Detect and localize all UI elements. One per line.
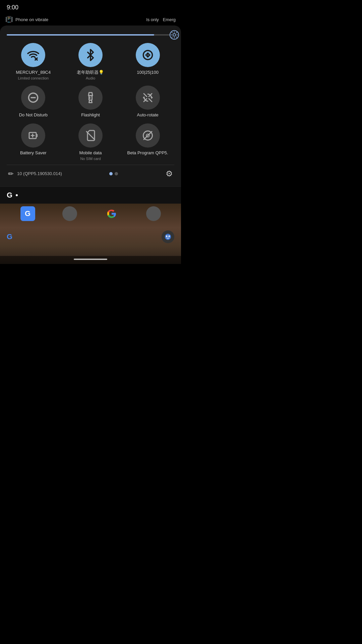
google-dot	[16, 194, 18, 196]
wifi-label: MERCURY_89C4	[16, 70, 51, 75]
mobile-data-label: Mobile data	[79, 150, 102, 156]
page-dots[interactable]	[109, 172, 118, 175]
assistant-icon[interactable]	[162, 230, 174, 243]
google-bar[interactable]: G	[0, 186, 181, 204]
wifi-sublabel: Limited connection	[18, 76, 49, 80]
edit-icon[interactable]: ✏	[8, 170, 14, 178]
google-g-letter: G	[7, 191, 12, 200]
dnd-label: Do Not Disturb	[19, 112, 48, 118]
mobile-data-sublabel: No SIM card	[80, 157, 101, 161]
beta-label: Beta Program QPP5.	[127, 150, 168, 156]
data-saver-icon-wrap	[136, 43, 160, 67]
home-screen: G G	[0, 204, 181, 264]
dock-center-icon[interactable]	[62, 206, 77, 221]
notif-right: Is only Emerg	[146, 17, 176, 22]
wifi-icon-wrap	[21, 43, 45, 67]
qs-bottom-bar: ✏ 10 (QPP5.190530.014) ⚙	[7, 165, 174, 181]
tile-data-saver[interactable]: 100|25|100	[121, 43, 174, 80]
flashlight-icon-wrap	[78, 86, 103, 110]
tile-mobile-data[interactable]: Mobile data No SIM card	[64, 123, 117, 161]
autorotate-label: Auto-rotate	[137, 112, 159, 118]
emergency-label: Emerg	[163, 17, 176, 22]
data-saver-label: 100|25|100	[137, 70, 159, 75]
dock-right-icon[interactable]	[146, 206, 161, 221]
tiles-grid: MERCURY_89C4 Limited connection 老年助听器💡 A…	[7, 43, 174, 161]
brightness-slider[interactable]	[7, 34, 174, 36]
beta-icon-wrap	[136, 123, 160, 148]
page-dot-1[interactable]	[109, 172, 113, 175]
google-logo: G	[25, 209, 31, 218]
svg-point-26	[165, 234, 171, 240]
nav-bar	[0, 256, 181, 264]
brightness-fill	[7, 34, 154, 36]
svg-marker-17	[151, 96, 153, 99]
bluetooth-sublabel: Audio	[86, 76, 95, 80]
svg-point-0	[173, 34, 176, 36]
tile-dnd[interactable]: Do Not Disturb	[7, 86, 60, 118]
tile-wifi[interactable]: MERCURY_89C4 Limited connection	[7, 43, 60, 80]
svg-marker-18	[143, 96, 144, 99]
is-only-label: Is only	[146, 17, 159, 22]
svg-line-24	[144, 131, 152, 140]
svg-line-8	[176, 32, 177, 33]
tile-flashlight[interactable]: Flashlight	[64, 86, 117, 118]
phone-vibrate-label: Phone on vibrate	[15, 17, 48, 22]
build-number: 10 (QPP5.190530.014)	[17, 171, 62, 176]
qs-bottom-left: ✏ 10 (QPP5.190530.014)	[8, 170, 62, 178]
autorotate-icon-wrap	[136, 86, 160, 110]
status-time: 9:00	[7, 4, 18, 11]
page-dot-2[interactable]	[115, 172, 118, 175]
bluetooth-icon-wrap	[78, 43, 103, 67]
brightness-track	[7, 34, 174, 36]
dock-google-color-icon[interactable]	[104, 206, 119, 221]
nav-pill	[74, 259, 107, 260]
battery-icon-wrap	[21, 123, 45, 148]
brightness-icon	[170, 30, 179, 40]
tile-battery-saver[interactable]: Battery Saver	[7, 123, 60, 161]
tile-autorotate[interactable]: Auto-rotate	[121, 86, 174, 118]
google-search-g[interactable]: G	[7, 232, 12, 241]
status-bar: 9:00	[0, 0, 181, 13]
svg-line-5	[172, 32, 172, 33]
battery-saver-label: Battery Saver	[20, 150, 47, 156]
svg-line-6	[176, 37, 177, 38]
svg-point-27	[166, 235, 168, 237]
dock-google-icon[interactable]: G	[20, 206, 35, 221]
tile-beta[interactable]: Beta Program QPP5.	[121, 123, 174, 161]
vibrate-icon: 📳	[5, 16, 13, 23]
quick-settings-panel: MERCURY_89C4 Limited connection 老年助听器💡 A…	[0, 25, 181, 186]
svg-point-28	[168, 235, 170, 237]
app-dock: G	[0, 204, 181, 224]
bluetooth-label: 老年助听器💡	[77, 70, 104, 75]
settings-button[interactable]: ⚙	[166, 169, 173, 178]
svg-rect-15	[89, 96, 92, 100]
no-sim-icon-wrap	[78, 123, 103, 148]
flashlight-label: Flashlight	[81, 112, 100, 118]
svg-line-7	[172, 37, 172, 38]
tile-bluetooth[interactable]: 老年助听器💡 Audio	[64, 43, 117, 80]
notif-left: 📳 Phone on vibrate	[5, 16, 48, 23]
notif-bar: 📳 Phone on vibrate Is only Emerg	[0, 13, 181, 25]
brightness-row[interactable]	[7, 34, 174, 36]
dnd-icon-wrap	[21, 86, 45, 110]
